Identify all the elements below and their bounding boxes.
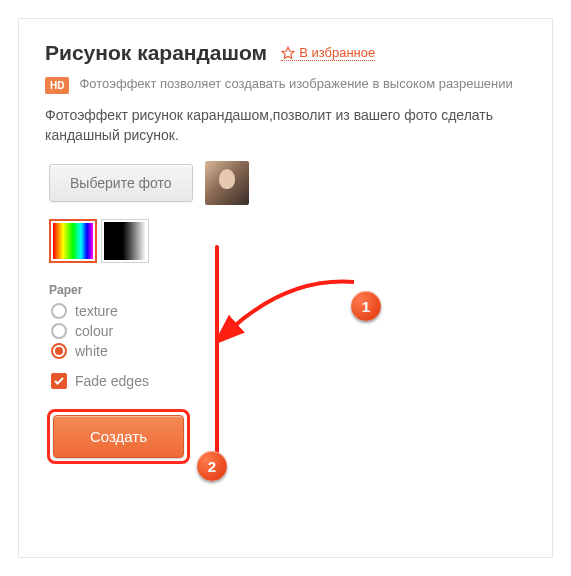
fade-edges-checkbox[interactable]: Fade edges	[51, 373, 526, 389]
highlight-frame: Создать	[47, 409, 190, 464]
radio-icon	[51, 303, 67, 319]
checkbox-icon	[51, 373, 67, 389]
effect-description: Фотоэффект рисунок карандашом,позволит и…	[45, 106, 526, 145]
hd-description: Фотоэффект позволяет создавать изображен…	[79, 75, 512, 93]
color-swatches	[49, 219, 526, 263]
swatch-blackwhite[interactable]	[101, 219, 149, 263]
hd-info: HD Фотоэффект позволяет создавать изобра…	[45, 75, 526, 94]
paper-group-label: Paper	[49, 283, 526, 297]
paper-option-white[interactable]: white	[51, 343, 526, 359]
star-icon	[281, 46, 295, 60]
svg-marker-0	[282, 47, 294, 58]
radio-label: colour	[75, 323, 113, 339]
radio-label: white	[75, 343, 108, 359]
swatch-rainbow[interactable]	[49, 219, 97, 263]
photo-thumbnail[interactable]	[205, 161, 249, 205]
header: Рисунок карандашом В избранное	[45, 41, 526, 65]
create-button[interactable]: Создать	[53, 415, 184, 458]
create-button-wrap: Создать	[47, 409, 190, 464]
hd-badge: HD	[45, 77, 69, 94]
favorite-label: В избранное	[299, 45, 375, 60]
annotation-badge-2: 2	[197, 451, 227, 481]
radio-label: texture	[75, 303, 118, 319]
checkbox-label: Fade edges	[75, 373, 149, 389]
upload-row: Выберите фото	[49, 161, 526, 205]
paper-option-texture[interactable]: texture	[51, 303, 526, 319]
paper-options: texture colour white	[51, 303, 526, 359]
radio-icon	[51, 343, 67, 359]
choose-photo-button[interactable]: Выберите фото	[49, 164, 193, 202]
page-title: Рисунок карандашом	[45, 41, 267, 65]
paper-option-colour[interactable]: colour	[51, 323, 526, 339]
effect-panel: Рисунок карандашом В избранное HD Фотоэф…	[18, 18, 553, 558]
radio-icon	[51, 323, 67, 339]
add-to-favorites-link[interactable]: В избранное	[281, 45, 375, 61]
